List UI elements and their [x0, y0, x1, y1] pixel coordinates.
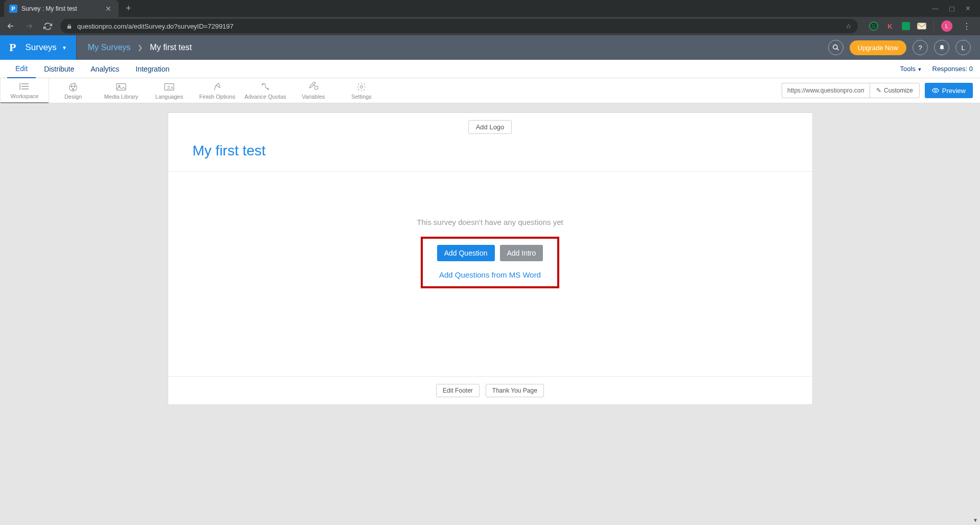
tool-finish-options[interactable]: Finish Options	[193, 78, 241, 103]
svg-point-3	[71, 85, 73, 87]
window-controls: — ▢ ✕	[932, 5, 980, 12]
header-actions: Upgrade Now ? L	[828, 40, 981, 55]
survey-footer: Edit Footer Thank You Page	[168, 376, 812, 404]
new-tab-button[interactable]: +	[126, 3, 131, 14]
survey-title[interactable]: My first test	[193, 143, 788, 159]
notifications-button[interactable]	[934, 40, 949, 55]
tool-advance-quotas[interactable]: Advance Quotas	[241, 78, 289, 103]
breadcrumb: My Surveys ❯ My first test	[77, 43, 203, 52]
search-button[interactable]	[828, 40, 844, 55]
eye-icon	[932, 87, 939, 94]
svg-point-10	[262, 84, 263, 85]
forward-button[interactable]	[24, 21, 35, 31]
workspace-icon	[18, 81, 31, 92]
separator	[933, 21, 934, 31]
survey-card: Add Logo My first test This survey doesn…	[168, 112, 813, 405]
user-avatar-button[interactable]: L	[955, 40, 971, 55]
lock-icon	[66, 24, 72, 29]
add-from-word-link[interactable]: Add Questions from MS Word	[439, 270, 541, 279]
app-header: P Surveys ▼ My Surveys ❯ My first test U…	[0, 35, 980, 60]
surveys-dropdown[interactable]: P Surveys ▼	[0, 35, 76, 60]
help-button[interactable]: ?	[913, 40, 928, 55]
toolbar-right: ✎ Customize Preview	[782, 83, 980, 98]
profile-avatar[interactable]: L	[941, 20, 952, 32]
tool-media-library[interactable]: Media Library	[97, 78, 145, 103]
browser-menu-icon[interactable]: ⋮	[963, 21, 971, 31]
bookmark-star-icon[interactable]: ☆	[846, 22, 852, 30]
tool-variables[interactable]: Variables	[289, 78, 337, 103]
svg-point-12	[315, 86, 318, 89]
add-intro-button[interactable]: Add Intro	[500, 245, 543, 261]
button-row: Add Question Add Intro	[437, 245, 543, 261]
close-icon[interactable]: ✕	[965, 5, 971, 12]
svg-text:文A: 文A	[167, 85, 174, 89]
extension-grammarly-icon[interactable]: G	[869, 21, 878, 31]
svg-point-1	[833, 45, 837, 49]
settings-icon	[356, 82, 367, 92]
tab-close-icon[interactable]: ✕	[103, 5, 113, 13]
url-text: questionpro.com/a/editSurvey.do?surveyID…	[77, 22, 234, 30]
maximize-icon[interactable]: ▢	[949, 5, 955, 12]
empty-state-text: This survey doesn't have any questions y…	[417, 218, 563, 226]
sub-navigation: Edit Distribute Analytics Integration To…	[0, 60, 980, 78]
caret-down-icon: ▼	[918, 67, 922, 72]
survey-header: Add Logo My first test	[168, 113, 812, 172]
svg-point-13	[360, 85, 363, 88]
back-button[interactable]	[5, 21, 16, 31]
variables-icon	[308, 82, 318, 92]
extension-icons: G K L ⋮	[865, 20, 975, 32]
upgrade-button[interactable]: Upgrade Now	[850, 40, 907, 55]
svg-point-5	[73, 88, 74, 90]
survey-url-input[interactable]	[782, 83, 870, 98]
svg-rect-0	[918, 23, 926, 29]
add-question-button[interactable]: Add Question	[437, 245, 495, 261]
subnav-integration[interactable]: Integration	[127, 60, 177, 78]
minimize-icon[interactable]: —	[932, 5, 939, 12]
design-icon	[67, 82, 79, 92]
chevron-right-icon: ❯	[138, 44, 143, 51]
address-bar[interactable]: questionpro.com/a/editSurvey.do?surveyID…	[60, 19, 858, 33]
favicon-icon: P	[9, 5, 17, 13]
languages-icon: 文A	[164, 82, 175, 92]
extension-green-icon[interactable]	[902, 22, 910, 30]
tools-dropdown[interactable]: Tools ▼	[900, 65, 922, 73]
tool-design[interactable]: Design	[49, 78, 97, 103]
scroll-down-icon[interactable]: ▼	[973, 517, 978, 523]
add-logo-button[interactable]: Add Logo	[468, 120, 512, 134]
subnav-edit[interactable]: Edit	[7, 60, 36, 78]
extension-mail-icon[interactable]	[917, 21, 926, 31]
svg-point-7	[119, 85, 120, 86]
breadcrumb-current: My first test	[150, 43, 192, 52]
responses-count: Responses: 0	[932, 65, 973, 73]
svg-point-14	[935, 89, 937, 92]
canvas-area: Add Logo My first test This survey doesn…	[0, 103, 980, 405]
editor-toolbar: Workspace Design Media Library 文A Langua…	[0, 78, 980, 103]
finish-icon	[212, 82, 222, 92]
tool-languages[interactable]: 文A Languages	[145, 78, 193, 103]
surveys-label: Surveys	[25, 42, 56, 53]
tab-title: Survey : My first test	[21, 5, 103, 12]
edit-footer-button[interactable]: Edit Footer	[436, 384, 480, 397]
tool-settings[interactable]: Settings	[337, 78, 385, 103]
reload-button[interactable]	[42, 22, 53, 31]
highlight-annotation: Add Question Add Intro Add Questions fro…	[421, 237, 560, 288]
tool-workspace[interactable]: Workspace	[1, 78, 49, 103]
subnav-right: Tools ▼ Responses: 0	[900, 65, 973, 73]
thank-you-page-button[interactable]: Thank You Page	[486, 384, 544, 397]
caret-down-icon: ▼	[62, 45, 67, 51]
subnav-distribute[interactable]: Distribute	[36, 60, 82, 78]
svg-point-4	[74, 85, 75, 87]
survey-body: This survey doesn't have any questions y…	[168, 172, 812, 376]
browser-tab[interactable]: P Survey : My first test ✕	[4, 0, 119, 17]
browser-toolbar: questionpro.com/a/editSurvey.do?surveyID…	[0, 17, 980, 35]
customize-button[interactable]: ✎ Customize	[870, 83, 920, 98]
breadcrumb-my-surveys[interactable]: My Surveys	[88, 43, 131, 52]
pencil-icon: ✎	[876, 87, 881, 94]
preview-button[interactable]: Preview	[925, 83, 973, 98]
browser-tab-bar: P Survey : My first test ✕ + — ▢ ✕	[0, 0, 980, 17]
subnav-analytics[interactable]: Analytics	[82, 60, 127, 78]
logo-icon: P	[9, 41, 16, 54]
svg-point-11	[267, 88, 268, 89]
svg-rect-6	[117, 83, 126, 90]
extension-k-icon[interactable]: K	[885, 21, 895, 31]
